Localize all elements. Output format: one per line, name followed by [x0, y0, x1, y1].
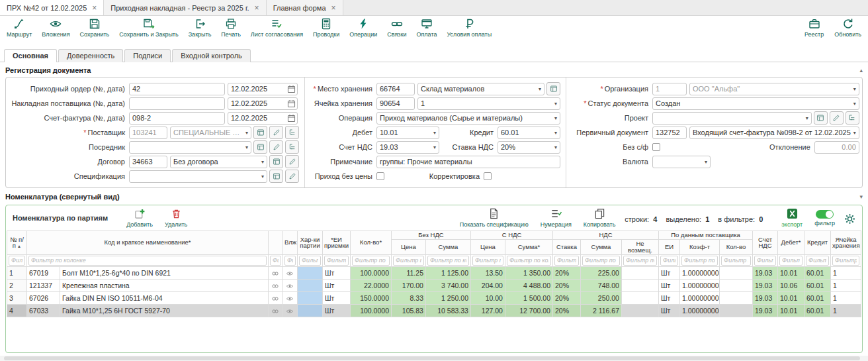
- col-header-unit[interactable]: *ЕИ приемки: [322, 231, 350, 255]
- col-header-batch[interactable]: Хар-ки партии: [297, 231, 322, 255]
- cell-sum-vat[interactable]: 4 488.00: [505, 279, 552, 291]
- cell-name[interactable]: Гайка DIN EN ISO 10511-М6-04: [60, 291, 269, 304]
- cell-attach[interactable]: [282, 279, 297, 291]
- close-icon[interactable]: [255, 4, 259, 12]
- column-filter-input[interactable]: [721, 256, 751, 266]
- cell-name[interactable]: Крепежная пластина: [60, 279, 269, 291]
- cell-price-vat[interactable]: 127.00: [470, 304, 505, 317]
- table-row[interactable]: 167019Болт М10*1,25-6g*40 по DIN 6921Шт1…: [7, 266, 861, 279]
- cell-sup-unit[interactable]: Шт: [659, 304, 680, 317]
- column-filter-input[interactable]: [427, 256, 469, 266]
- cell-vat-account[interactable]: 19.03: [753, 304, 778, 317]
- cell-sum-no-vat[interactable]: 1 250.00: [425, 291, 470, 304]
- cell-qty[interactable]: 150.0000: [350, 291, 391, 304]
- col-header-num[interactable]: № п/п: [7, 231, 27, 255]
- show-specification-button[interactable]: Показать спецификацию: [460, 208, 529, 228]
- contract-code-input[interactable]: [129, 156, 167, 168]
- approval-sheet-button[interactable]: Лист согласования: [251, 18, 303, 38]
- cell-vat-nonrefund[interactable]: [621, 279, 658, 291]
- no-price-checkbox[interactable]: [376, 172, 384, 180]
- subtab-2[interactable]: Доверенность: [58, 49, 123, 62]
- correction-checkbox[interactable]: [484, 172, 492, 180]
- col-header-sup-qty[interactable]: Кол-во: [720, 240, 753, 255]
- col-header-sup-coef[interactable]: Коэф-т: [680, 240, 720, 255]
- subtab-3[interactable]: Подписи: [124, 49, 171, 62]
- chain-icon[interactable]: [271, 295, 281, 303]
- cell-credit[interactable]: 60.01: [804, 291, 831, 304]
- storage-code-input[interactable]: [376, 83, 415, 95]
- col-header-sum-vat[interactable]: Сумма*: [505, 240, 552, 255]
- filter-toggle-button[interactable]: фильтр: [814, 208, 835, 227]
- cell-sup-unit[interactable]: Шт: [659, 291, 680, 304]
- cell-unit[interactable]: Шт: [322, 304, 350, 317]
- col-header-debit[interactable]: Дебет*: [778, 231, 804, 255]
- supplier-edit-button[interactable]: [269, 126, 283, 139]
- note-input[interactable]: [376, 156, 560, 168]
- document-tab-2[interactable]: Приходная накладная - Реестр за 2025 г.: [104, 0, 266, 15]
- cell-credit[interactable]: 60.01: [804, 279, 831, 291]
- contract-select[interactable]: Без договора: [170, 156, 267, 168]
- supplier-invoice-number-input[interactable]: [129, 97, 225, 110]
- cell-qty[interactable]: 100.0000: [350, 266, 391, 279]
- document-tab-1[interactable]: ПРХ №42 от 12.02.2025: [0, 0, 104, 15]
- col-header-vat-nonrefund[interactable]: Не возмещ.: [621, 240, 658, 255]
- cell-price-vat[interactable]: 204.00: [470, 279, 505, 291]
- cell-name[interactable]: Болт М10*1,25-6g*40 по DIN 6921: [60, 266, 269, 279]
- contract-edit-button[interactable]: [285, 155, 299, 168]
- cell-debit[interactable]: 10.01: [778, 266, 804, 279]
- column-filter-input[interactable]: [554, 256, 579, 266]
- cell-sup-qty[interactable]: [720, 279, 753, 291]
- primary-doc-code-input[interactable]: [652, 127, 687, 139]
- col-header-vat-account[interactable]: Счет НДС: [753, 231, 778, 255]
- group-header-supplier-data[interactable]: По данным поставщика: [659, 231, 753, 240]
- save-button[interactable]: Сохранить: [80, 18, 110, 38]
- col-header-price-vat[interactable]: Цена: [470, 240, 505, 255]
- calendar-icon[interactable]: [287, 99, 296, 108]
- column-filter-input[interactable]: [270, 256, 281, 266]
- cell-sum-no-vat[interactable]: 3 740.00: [425, 279, 470, 291]
- supplier-code-input[interactable]: [129, 127, 167, 139]
- supplier-hierarchy-button[interactable]: [285, 126, 299, 139]
- cell-price-vat[interactable]: 13.50: [470, 266, 505, 279]
- project-select[interactable]: [652, 112, 812, 125]
- cell-num[interactable]: 2: [7, 279, 27, 291]
- cell-name[interactable]: Гайка М10*1,25 6Н ГОСТ 5927-70: [60, 304, 269, 317]
- calendar-icon[interactable]: [287, 85, 296, 93]
- cell-num[interactable]: 3: [7, 291, 27, 304]
- document-tab-3[interactable]: Главная форма: [267, 0, 343, 15]
- column-filter-input[interactable]: [507, 256, 551, 266]
- cell-vat-nonrefund[interactable]: [621, 304, 658, 317]
- print-button[interactable]: Печать: [221, 18, 240, 38]
- delete-row-button[interactable]: Удалить: [165, 208, 187, 228]
- numbering-button[interactable]: Нумерация: [541, 208, 572, 228]
- cell-sup-coef[interactable]: 1.00000000: [680, 304, 720, 317]
- column-filter-input[interactable]: [681, 256, 718, 266]
- group-header-vat[interactable]: НДС: [552, 231, 658, 240]
- close-icon[interactable]: [331, 4, 336, 12]
- cell-cell[interactable]: 1: [831, 266, 861, 279]
- primary-doc-select[interactable]: Входящий счет-фактура №098-2 от 12.02.20…: [689, 127, 859, 139]
- contract-dictionary-button[interactable]: [269, 155, 283, 168]
- deviation-input[interactable]: [814, 141, 859, 154]
- scrollbar-thumb[interactable]: [4, 356, 860, 360]
- payment-terms-button[interactable]: Условия оплаты: [447, 18, 492, 38]
- cell-qty[interactable]: 100.0000: [350, 304, 391, 317]
- supplier-dictionary-button[interactable]: [253, 126, 267, 139]
- group-header-no-vat[interactable]: Без НДС: [391, 231, 470, 240]
- organization-select[interactable]: ООО "Альфа": [689, 83, 859, 95]
- collapse-section-icon[interactable]: [859, 67, 863, 74]
- cell-link[interactable]: [268, 291, 282, 304]
- cell-sum-no-vat[interactable]: 10 583.33: [425, 304, 470, 317]
- close-button[interactable]: Закрыть: [189, 18, 212, 38]
- cell-link[interactable]: [268, 304, 282, 317]
- cell-code[interactable]: 121337: [27, 279, 60, 291]
- cell-sum-vat[interactable]: 1 500.00: [505, 291, 552, 304]
- receipt-order-number-input[interactable]: [129, 83, 225, 95]
- column-filter-input[interactable]: [393, 256, 424, 266]
- col-header-sum-no-vat[interactable]: Сумма: [425, 240, 470, 255]
- specification-dictionary-button[interactable]: [269, 170, 283, 183]
- calendar-icon[interactable]: [287, 114, 296, 123]
- payment-button[interactable]: Оплата: [416, 18, 437, 38]
- cell-debit[interactable]: 10.01: [778, 291, 804, 304]
- expand-section-icon[interactable]: [859, 193, 863, 200]
